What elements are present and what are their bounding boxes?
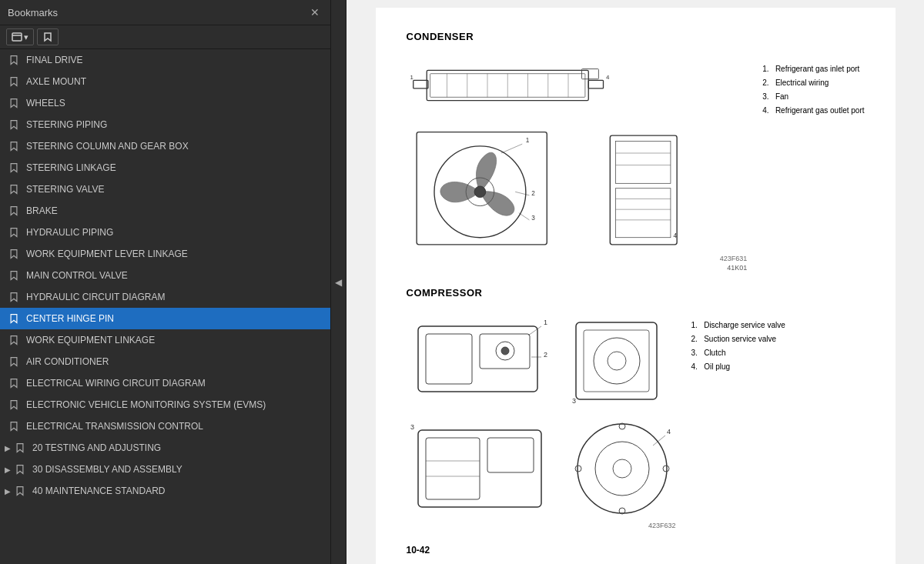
bookmark-label-axle-mount: AXLE MOUNT: [26, 76, 86, 87]
svg-text:1: 1: [525, 137, 529, 144]
group-row-group-40[interactable]: ▶ 40 MAINTENANCE STANDARD: [0, 480, 330, 502]
bookmark-icon-work-equipment-lever: [8, 248, 20, 260]
svg-text:3: 3: [572, 397, 576, 405]
bookmark-add-button[interactable]: [37, 28, 59, 45]
condenser-figure-num: 423F631: [407, 255, 748, 262]
compressor-drawings: 1 2: [407, 311, 676, 529]
bookmark-icon-electrical-transmission: [8, 420, 20, 432]
legend-item-1: 1. Refrigerant gas inlet port: [762, 62, 864, 76]
bookmark-item-steering-piping[interactable]: STEERING PIPING: [0, 114, 330, 135]
compressor-section: COMPRESSOR: [407, 287, 865, 556]
condenser-fan-svg: 1 2 3: [407, 128, 561, 252]
svg-rect-27: [615, 141, 670, 183]
bookmark-item-steering-column[interactable]: STEERING COLUMN AND GEAR BOX: [0, 135, 330, 157]
close-icon[interactable]: ✕: [307, 5, 323, 20]
bookmark-item-brake[interactable]: BRAKE: [0, 200, 330, 222]
bookmarks-header: Bookmarks ✕: [0, 0, 330, 25]
compressor-drawings-row: 1 2: [407, 311, 676, 411]
group-row-group-20[interactable]: ▶ 20 TESTING AND ADJUSTING: [0, 437, 330, 459]
toolbar: ▾: [0, 25, 330, 49]
comp-legend-item-2: 2. Suction service valve: [691, 332, 785, 346]
bookmark-label-air-conditioner: AIR CONDITIONER: [26, 356, 109, 367]
bookmark-label-steering-linkage: STEERING LINKAGE: [26, 162, 116, 173]
svg-rect-36: [426, 334, 472, 384]
legend-item-4: 4. Refrigerant gas outlet port: [762, 104, 864, 118]
condenser-top-drawing: 1 4: [407, 55, 748, 119]
bookmark-item-hydraulic-piping[interactable]: HYDRAULIC PIPING: [0, 222, 330, 243]
bookmark-item-steering-valve[interactable]: STEERING VALVE: [0, 179, 330, 200]
bookmark-item-air-conditioner[interactable]: AIR CONDITIONER: [0, 351, 330, 372]
bookmark-label-wheels: WHEELS: [26, 98, 65, 108]
bookmark-icon-steering-column: [8, 140, 20, 152]
bookmark-icon-steering-piping: [8, 118, 20, 131]
bookmark-label-electrical-transmission: ELECTRICAL TRANSMISSION CONTROL: [26, 421, 203, 432]
svg-line-23: [515, 192, 529, 195]
svg-text:3: 3: [531, 215, 535, 222]
condenser-top-svg: 1 4: [407, 55, 622, 116]
bookmark-icon-final-drive: [8, 54, 20, 66]
bookmark-icon-wheels: [8, 97, 20, 109]
bookmark-label-center-hinge-pin: CENTER HINGE PIN: [26, 313, 114, 324]
svg-point-61: [663, 466, 669, 472]
bookmark-item-electrical-wiring[interactable]: ELECTRICAL WIRING CIRCUIT DIAGRAM: [0, 372, 330, 394]
bookmark-icon-work-equipment-linkage: [8, 334, 20, 346]
group-row-group-30[interactable]: ▶ 30 DISASSEMBLY AND ASSEMBLY: [0, 459, 330, 480]
svg-text:2: 2: [544, 351, 547, 359]
group-label-group-20: 20 TESTING AND ADJUSTING: [32, 442, 161, 453]
condenser-title: CONDENSER: [407, 31, 865, 42]
bookmark-label-steering-piping: STEERING PIPING: [26, 119, 107, 130]
bookmark-icon-main-control-valve: [8, 269, 20, 282]
bookmark-item-steering-linkage[interactable]: STEERING LINKAGE: [0, 157, 330, 179]
svg-point-56: [595, 442, 649, 496]
bookmark-item-axle-mount[interactable]: AXLE MOUNT: [0, 71, 330, 92]
bookmark-label-work-equipment-linkage: WORK EQUIPMENT LINKAGE: [26, 335, 155, 345]
bookmark-label-steering-column: STEERING COLUMN AND GEAR BOX: [26, 141, 189, 152]
bookmark-label-hydraulic-circuit: HYDRAULIC CIRCUIT DIAGRAM: [26, 292, 165, 302]
compressor-legend: 1. Discharge service valve 2. Suction se…: [691, 311, 785, 374]
svg-rect-0: [12, 33, 22, 41]
svg-point-19: [474, 186, 486, 198]
svg-rect-35: [418, 326, 537, 392]
bookmark-item-main-control-valve[interactable]: MAIN CONTROL VALVE: [0, 265, 330, 286]
bookmark-item-final-drive[interactable]: FINAL DRIVE: [0, 49, 330, 71]
svg-text:3: 3: [410, 423, 414, 431]
svg-point-57: [613, 459, 631, 478]
bookmark-item-wheels[interactable]: WHEELS: [0, 92, 330, 114]
condenser-section: CONDENSER: [407, 31, 865, 272]
sidebar-collapse-button[interactable]: ◀: [331, 0, 346, 564]
bookmark-item-evms[interactable]: ELECTRONIC VEHICLE MONITORING SYSTEM (EV…: [0, 394, 330, 415]
legend-item-3: 3. Fan: [762, 90, 864, 104]
dropdown-arrow: ▾: [24, 32, 28, 42]
svg-text:4: 4: [667, 428, 671, 436]
bookmark-item-work-equipment-linkage[interactable]: WORK EQUIPMENT LINKAGE: [0, 329, 330, 351]
legend-item-2: 2. Electrical wiring: [762, 76, 864, 90]
compressor-diagram-area: 1 2: [407, 311, 865, 529]
svg-line-25: [518, 213, 529, 220]
bookmark-item-center-hinge-pin[interactable]: CENTER HINGE PIN: [0, 308, 330, 329]
bookmark-item-electrical-transmission[interactable]: ELECTRICAL TRANSMISSION CONTROL: [0, 415, 330, 437]
bookmark-icon-air-conditioner: [8, 355, 20, 368]
bookmark-icon-center-hinge-pin: [8, 312, 20, 325]
bookmark-item-hydraulic-circuit[interactable]: HYDRAULIC CIRCUIT DIAGRAM: [0, 286, 330, 308]
svg-line-41: [528, 326, 541, 335]
svg-point-46: [594, 338, 640, 384]
page-number: 10-42: [407, 545, 865, 556]
compressor-title: COMPRESSOR: [407, 287, 865, 299]
sidebar: Bookmarks ✕ ▾ FINAL: [0, 0, 331, 564]
bookmark-list[interactable]: FINAL DRIVE AXLE MOUNT WHEELS STEERING P…: [0, 49, 330, 564]
list-icon: [12, 32, 22, 42]
bookmark-icon-steering-linkage: [8, 162, 20, 174]
bookmark-icon-hydraulic-piping: [8, 226, 20, 239]
svg-rect-12: [588, 80, 603, 88]
svg-point-55: [578, 424, 667, 513]
bookmark-view-button[interactable]: ▾: [6, 28, 34, 45]
svg-text:2: 2: [531, 190, 535, 197]
svg-text:4: 4: [673, 232, 677, 239]
bookmark-label-main-control-valve: MAIN CONTROL VALVE: [26, 270, 128, 281]
svg-rect-50: [426, 438, 480, 499]
svg-point-39: [501, 347, 509, 355]
bookmark-item-work-equipment-lever[interactable]: WORK EQUIPMENT LEVER LINKAGE: [0, 243, 330, 265]
compressor-figure-num: 423F632: [407, 522, 676, 529]
svg-rect-11: [413, 80, 427, 88]
condenser-drawing: 1 4: [407, 55, 748, 272]
